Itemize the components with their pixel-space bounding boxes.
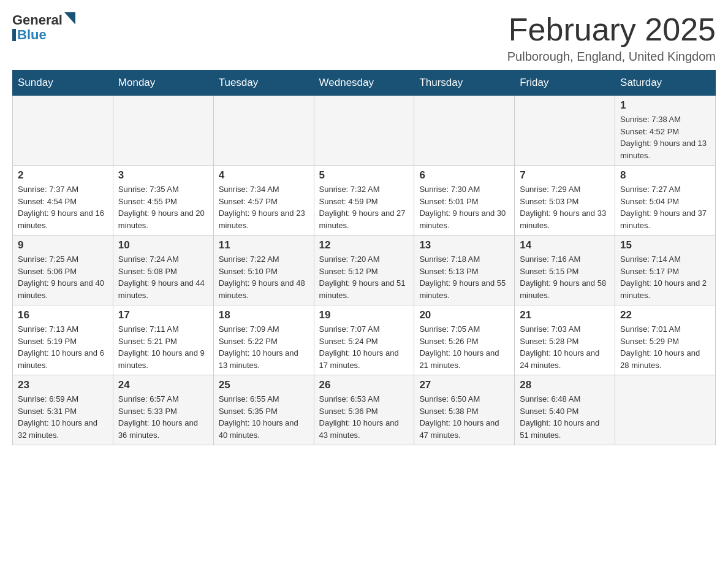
- logo-arrow-icon: [64, 12, 75, 25]
- logo-general-text: General: [12, 12, 63, 28]
- calendar-cell: 17Sunrise: 7:11 AMSunset: 5:21 PMDayligh…: [113, 305, 213, 375]
- day-info: Sunrise: 7:13 AMSunset: 5:19 PMDaylight:…: [18, 323, 108, 371]
- calendar-cell: 23Sunrise: 6:59 AMSunset: 5:31 PMDayligh…: [13, 375, 113, 445]
- day-number: 18: [219, 309, 309, 321]
- calendar-cell: 22Sunrise: 7:01 AMSunset: 5:29 PMDayligh…: [615, 305, 716, 375]
- day-number: 24: [118, 379, 208, 391]
- day-number: 22: [620, 309, 710, 321]
- calendar-cell: 6Sunrise: 7:30 AMSunset: 5:01 PMDaylight…: [414, 166, 515, 236]
- title-section: February 2025 Pulborough, England, Unite…: [507, 12, 716, 64]
- day-number: 19: [319, 309, 409, 321]
- day-info: Sunrise: 7:30 AMSunset: 5:01 PMDaylight:…: [419, 183, 509, 231]
- day-info: Sunrise: 7:25 AMSunset: 5:06 PMDaylight:…: [18, 253, 108, 301]
- calendar-cell: 2Sunrise: 7:37 AMSunset: 4:54 PMDaylight…: [13, 166, 113, 236]
- svg-marker-0: [64, 12, 75, 25]
- day-number: 9: [18, 239, 108, 251]
- calendar-week-row: 23Sunrise: 6:59 AMSunset: 5:31 PMDayligh…: [13, 375, 716, 445]
- day-info: Sunrise: 6:59 AMSunset: 5:31 PMDaylight:…: [18, 393, 108, 441]
- calendar-header-sunday: Sunday: [13, 71, 113, 96]
- calendar-cell: 25Sunrise: 6:55 AMSunset: 5:35 PMDayligh…: [213, 375, 314, 445]
- day-info: Sunrise: 7:05 AMSunset: 5:26 PMDaylight:…: [419, 323, 509, 371]
- calendar-cell: 3Sunrise: 7:35 AMSunset: 4:55 PMDaylight…: [113, 166, 213, 236]
- day-number: 6: [419, 169, 509, 182]
- calendar-cell: [515, 96, 615, 166]
- day-info: Sunrise: 7:38 AMSunset: 4:52 PMDaylight:…: [620, 113, 710, 161]
- day-info: Sunrise: 7:03 AMSunset: 5:28 PMDaylight:…: [520, 323, 610, 371]
- calendar-table: SundayMondayTuesdayWednesdayThursdayFrid…: [12, 70, 716, 445]
- day-info: Sunrise: 6:55 AMSunset: 5:35 PMDaylight:…: [219, 393, 309, 441]
- calendar-header-thursday: Thursday: [414, 71, 515, 96]
- calendar-cell: 24Sunrise: 6:57 AMSunset: 5:33 PMDayligh…: [113, 375, 213, 445]
- day-info: Sunrise: 7:07 AMSunset: 5:24 PMDaylight:…: [319, 323, 409, 371]
- day-number: 28: [520, 379, 610, 391]
- calendar-week-row: 1Sunrise: 7:38 AMSunset: 4:52 PMDaylight…: [13, 96, 716, 166]
- day-info: Sunrise: 7:20 AMSunset: 5:12 PMDaylight:…: [319, 253, 409, 301]
- calendar-header-monday: Monday: [113, 71, 213, 96]
- day-number: 23: [18, 379, 108, 391]
- calendar-cell: 4Sunrise: 7:34 AMSunset: 4:57 PMDaylight…: [213, 166, 314, 236]
- calendar-cell: 9Sunrise: 7:25 AMSunset: 5:06 PMDaylight…: [13, 236, 113, 305]
- day-info: Sunrise: 7:18 AMSunset: 5:13 PMDaylight:…: [419, 253, 509, 301]
- day-info: Sunrise: 6:48 AMSunset: 5:40 PMDaylight:…: [520, 393, 610, 441]
- day-info: Sunrise: 7:35 AMSunset: 4:55 PMDaylight:…: [118, 183, 208, 231]
- day-number: 2: [18, 169, 108, 182]
- day-number: 11: [219, 239, 309, 251]
- calendar-cell: [615, 375, 716, 445]
- day-info: Sunrise: 7:14 AMSunset: 5:17 PMDaylight:…: [620, 253, 710, 301]
- calendar-header-row: SundayMondayTuesdayWednesdayThursdayFrid…: [13, 71, 716, 96]
- calendar-cell: 14Sunrise: 7:16 AMSunset: 5:15 PMDayligh…: [515, 236, 615, 305]
- calendar-cell: 12Sunrise: 7:20 AMSunset: 5:12 PMDayligh…: [314, 236, 414, 305]
- day-info: Sunrise: 7:24 AMSunset: 5:08 PMDaylight:…: [118, 253, 208, 301]
- day-number: 14: [520, 239, 610, 251]
- calendar-cell: 7Sunrise: 7:29 AMSunset: 5:03 PMDaylight…: [515, 166, 615, 236]
- day-number: 7: [520, 169, 610, 182]
- day-number: 10: [118, 239, 208, 251]
- day-info: Sunrise: 7:29 AMSunset: 5:03 PMDaylight:…: [520, 183, 610, 231]
- day-info: Sunrise: 7:34 AMSunset: 4:57 PMDaylight:…: [219, 183, 309, 231]
- day-number: 16: [18, 309, 108, 321]
- logo-bar-icon: [12, 29, 16, 41]
- day-info: Sunrise: 7:16 AMSunset: 5:15 PMDaylight:…: [520, 253, 610, 301]
- calendar-cell: 26Sunrise: 6:53 AMSunset: 5:36 PMDayligh…: [314, 375, 414, 445]
- calendar-cell: 1Sunrise: 7:38 AMSunset: 4:52 PMDaylight…: [615, 96, 716, 166]
- calendar-cell: 8Sunrise: 7:27 AMSunset: 5:04 PMDaylight…: [615, 166, 716, 236]
- day-number: 1: [620, 99, 710, 112]
- calendar-week-row: 9Sunrise: 7:25 AMSunset: 5:06 PMDaylight…: [13, 236, 716, 305]
- day-info: Sunrise: 7:22 AMSunset: 5:10 PMDaylight:…: [219, 253, 309, 301]
- day-info: Sunrise: 7:32 AMSunset: 4:59 PMDaylight:…: [319, 183, 409, 231]
- day-info: Sunrise: 6:57 AMSunset: 5:33 PMDaylight:…: [118, 393, 208, 441]
- calendar-cell: 10Sunrise: 7:24 AMSunset: 5:08 PMDayligh…: [113, 236, 213, 305]
- calendar-header-saturday: Saturday: [615, 71, 716, 96]
- calendar-cell: 16Sunrise: 7:13 AMSunset: 5:19 PMDayligh…: [13, 305, 113, 375]
- day-number: 8: [620, 169, 710, 182]
- logo: General Blue: [12, 12, 75, 43]
- calendar-cell: 13Sunrise: 7:18 AMSunset: 5:13 PMDayligh…: [414, 236, 515, 305]
- calendar-week-row: 2Sunrise: 7:37 AMSunset: 4:54 PMDaylight…: [13, 166, 716, 236]
- calendar-header-wednesday: Wednesday: [314, 71, 414, 96]
- calendar-cell: [414, 96, 515, 166]
- calendar-cell: 19Sunrise: 7:07 AMSunset: 5:24 PMDayligh…: [314, 305, 414, 375]
- day-number: 3: [118, 169, 208, 182]
- day-number: 12: [319, 239, 409, 251]
- calendar-cell: 21Sunrise: 7:03 AMSunset: 5:28 PMDayligh…: [515, 305, 615, 375]
- calendar-cell: 15Sunrise: 7:14 AMSunset: 5:17 PMDayligh…: [615, 236, 716, 305]
- calendar-cell: 28Sunrise: 6:48 AMSunset: 5:40 PMDayligh…: [515, 375, 615, 445]
- calendar-cell: [113, 96, 213, 166]
- calendar-cell: 27Sunrise: 6:50 AMSunset: 5:38 PMDayligh…: [414, 375, 515, 445]
- calendar-cell: 11Sunrise: 7:22 AMSunset: 5:10 PMDayligh…: [213, 236, 314, 305]
- day-info: Sunrise: 7:11 AMSunset: 5:21 PMDaylight:…: [118, 323, 208, 371]
- day-info: Sunrise: 7:09 AMSunset: 5:22 PMDaylight:…: [219, 323, 309, 371]
- day-number: 13: [419, 239, 509, 251]
- day-number: 21: [520, 309, 610, 321]
- page-header: General Blue February 2025 Pulborough, E…: [12, 12, 716, 64]
- day-info: Sunrise: 7:01 AMSunset: 5:29 PMDaylight:…: [620, 323, 710, 371]
- day-number: 4: [219, 169, 309, 182]
- day-number: 25: [219, 379, 309, 391]
- day-number: 5: [319, 169, 409, 182]
- month-title: February 2025: [507, 12, 716, 47]
- calendar-cell: [314, 96, 414, 166]
- calendar-cell: [13, 96, 113, 166]
- day-number: 15: [620, 239, 710, 251]
- calendar-header-tuesday: Tuesday: [213, 71, 314, 96]
- day-info: Sunrise: 6:53 AMSunset: 5:36 PMDaylight:…: [319, 393, 409, 441]
